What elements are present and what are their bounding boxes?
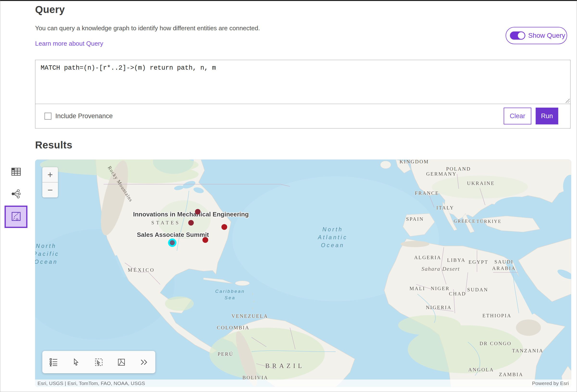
query-page: Query You can query a knowledge graph to…	[0, 0, 577, 392]
clear-button[interactable]: Clear	[504, 108, 531, 124]
view-switcher-table[interactable]	[11, 167, 21, 177]
legend-icon[interactable]	[46, 355, 61, 369]
include-provenance-checkbox[interactable]	[44, 113, 51, 120]
powered-by-esri: Powered by Esri	[532, 381, 569, 386]
page-description: You can query a knowledge graph to ident…	[35, 25, 260, 32]
link-chart-icon	[11, 196, 21, 199]
show-query-label: Show Query	[528, 32, 565, 39]
view-switcher-link-chart[interactable]	[11, 189, 21, 199]
show-query-toggle[interactable]: Show Query	[505, 27, 567, 44]
cursor-icon[interactable]	[69, 355, 83, 369]
expand-toolbar-icon[interactable]	[137, 355, 151, 369]
learn-more-link[interactable]: Learn more about Query	[35, 40, 103, 47]
toggle-knob	[518, 32, 525, 39]
map-zoom-control: + −	[42, 167, 58, 197]
query-panel: MATCH path=(n)-[r*..2]->(m) return path,…	[35, 60, 571, 129]
map-marker[interactable]	[221, 224, 227, 230]
toggle-track-icon[interactable]	[510, 32, 525, 40]
attribution-sources: Esri, USGS | Esri, TomTom, FAO, NOAA, US…	[37, 381, 145, 386]
map-marker[interactable]	[195, 209, 201, 215]
map-marker[interactable]	[188, 220, 194, 226]
query-input[interactable]: MATCH path=(n)-[r*..2]->(m) return path,…	[35, 60, 570, 104]
table-icon	[11, 173, 21, 177]
page-title: Query	[35, 4, 65, 15]
map-icon	[11, 212, 21, 222]
results-title: Results	[35, 139, 72, 151]
select-polygon-icon[interactable]	[114, 355, 129, 369]
map-marker[interactable]	[202, 237, 208, 243]
select-rectangle-icon[interactable]	[92, 355, 106, 369]
run-button[interactable]: Run	[536, 108, 558, 124]
include-provenance-label: Include Provenance	[55, 112, 113, 120]
query-controls: Include Provenance Clear Run	[35, 104, 570, 128]
view-switcher-map[interactable]	[4, 206, 27, 228]
zoom-out-button[interactable]: −	[42, 183, 58, 197]
include-provenance-option[interactable]: Include Provenance	[44, 112, 113, 120]
zoom-in-button[interactable]: +	[42, 167, 58, 183]
map-view[interactable]: KINGDOMPOLANDGERMANYUKRAINEFRANCEITALYSP…	[35, 160, 571, 387]
map-toolbar	[42, 351, 155, 373]
map-marker-selected[interactable]	[170, 240, 175, 245]
map-attribution: Esri, USGS | Esri, TomTom, FAO, NOAA, US…	[35, 380, 571, 387]
